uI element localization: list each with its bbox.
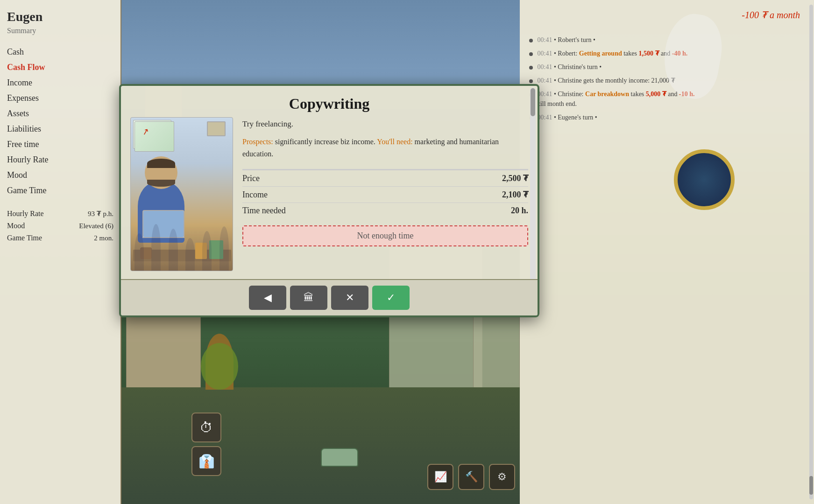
log-highlight-5b: 5,000 ₮ bbox=[646, 91, 666, 98]
nav-assets[interactable]: Assets bbox=[7, 106, 113, 121]
nav-liabilities[interactable]: Liabilities bbox=[7, 121, 113, 137]
bullet-2 bbox=[529, 52, 533, 56]
back-button[interactable]: ◀ bbox=[249, 286, 286, 310]
sidebar-summary: Summary bbox=[7, 27, 113, 35]
log-entry-5: 00:41 • Christine: Car breakdown takes 5… bbox=[529, 89, 805, 109]
right-bottom-icons: 📈 🔨 ⚙ bbox=[427, 464, 515, 490]
nav-free-time[interactable]: Free time bbox=[7, 137, 113, 152]
stat-time-needed: Time needed 20 h. bbox=[242, 203, 528, 218]
clock-icon: ⏱ bbox=[200, 420, 213, 435]
warning-text: Not enough time bbox=[357, 231, 414, 240]
mood-value: Elevated (6) bbox=[79, 222, 113, 230]
modal-prospects: Prospects: significantly increase biz in… bbox=[242, 136, 528, 160]
nav-cash[interactable]: Cash bbox=[7, 44, 113, 60]
person-hair bbox=[147, 159, 175, 168]
log-text-2b: takes bbox=[623, 50, 638, 57]
info-icon: 🏛 bbox=[304, 292, 314, 304]
tree1-top bbox=[201, 343, 238, 390]
log-time-1: 00:41 bbox=[538, 36, 552, 43]
youll-need-label: You'll need: bbox=[377, 138, 412, 146]
bullet-4 bbox=[529, 79, 533, 83]
log-time-4: 00:41 bbox=[538, 77, 552, 84]
income-value: 2,100 ₮ bbox=[502, 189, 528, 200]
stat-game-time: Game Time 2 mon. bbox=[7, 232, 113, 244]
log-highlight-2b: 1,500 ₮ bbox=[639, 50, 659, 57]
prospects-text: significantly increase biz income. bbox=[275, 138, 375, 146]
stat-income: Income 2,100 ₮ bbox=[242, 186, 528, 203]
confirm-icon: ✓ bbox=[387, 292, 395, 304]
log-text-6: • Eugene's turn • bbox=[554, 114, 597, 121]
car bbox=[321, 448, 358, 467]
log-text-2a: • Robert: bbox=[554, 50, 579, 57]
log-time-3: 00:41 bbox=[538, 63, 552, 70]
coffee-cup bbox=[674, 149, 735, 210]
modal-title: Copywriting bbox=[121, 86, 538, 117]
nav-mood[interactable]: Mood bbox=[7, 168, 113, 183]
gear-icon: ⚙ bbox=[497, 471, 507, 483]
log-scrollbar[interactable] bbox=[809, 5, 813, 499]
nav-hourly-rate[interactable]: Hourly Rate bbox=[7, 152, 113, 168]
modal-content: Try freelancing. Prospects: significantl… bbox=[242, 117, 528, 271]
hourly-rate-label: Hourly Rate bbox=[7, 210, 44, 218]
cancel-button[interactable]: ✕ bbox=[331, 286, 368, 310]
modal-actions: ◀ 🏛 ✕ ✓ bbox=[121, 279, 538, 315]
log-time-6: 00:41 bbox=[538, 114, 552, 121]
nav-game-time[interactable]: Game Time bbox=[7, 183, 113, 198]
confirm-button[interactable]: ✓ bbox=[372, 286, 410, 310]
not-enough-time-warning: Not enough time bbox=[242, 225, 528, 246]
chart-icon: 📈 bbox=[434, 471, 447, 483]
modal-description: Try freelancing. bbox=[242, 119, 528, 129]
log-time-2: 00:41 bbox=[538, 50, 552, 57]
scene-icons: ⏱ 👔 bbox=[191, 413, 221, 476]
prospects-label: Prospects: bbox=[242, 138, 273, 146]
gear-btn[interactable]: ⚙ bbox=[489, 464, 515, 490]
monthly-text: -100 ₮ a month bbox=[742, 9, 800, 21]
log-time-5: 00:41 bbox=[538, 91, 552, 98]
price-label: Price bbox=[242, 174, 260, 183]
log-text-3: • Christine's turn • bbox=[554, 63, 602, 70]
log-text-5b: takes bbox=[631, 91, 646, 98]
nav-cash-flow[interactable]: Cash Flow bbox=[7, 60, 113, 75]
time-needed-value: 20 h. bbox=[511, 206, 528, 216]
back-icon: ◀ bbox=[264, 292, 272, 304]
log-entry-6: 00:41 • Eugene's turn • bbox=[529, 112, 805, 122]
modal-scrollbar-thumb bbox=[531, 88, 535, 116]
hammer-btn[interactable]: 🔨 bbox=[458, 464, 484, 490]
stat-mood: Mood Elevated (6) bbox=[7, 220, 113, 232]
tie-icon-btn[interactable]: 👔 bbox=[191, 446, 221, 476]
log-text-1: • Robert's turn • bbox=[554, 36, 595, 43]
log-scrollbar-thumb bbox=[809, 476, 813, 495]
stat-price: Price 2,500 ₮ bbox=[242, 170, 528, 186]
log-text-5d: till month end. bbox=[538, 100, 577, 107]
sidebar: Eugen Summary Cash Cash Flow Income Expe… bbox=[0, 0, 121, 504]
tie-icon: 👔 bbox=[198, 454, 215, 469]
chart-btn[interactable]: 📈 bbox=[427, 464, 453, 490]
cancel-icon: ✕ bbox=[346, 292, 354, 304]
game-time-value: 2 mon. bbox=[94, 234, 113, 242]
chart-bg: ↗ bbox=[134, 121, 174, 152]
photo-frame bbox=[207, 121, 226, 136]
clock-icon-btn[interactable]: ⏱ bbox=[191, 413, 221, 442]
log-text-4: • Christine gets the monthly income: 21,… bbox=[554, 77, 675, 84]
character-illustration: ↗ bbox=[130, 117, 233, 271]
bullet-3 bbox=[529, 66, 533, 70]
silhouettes bbox=[131, 177, 233, 271]
log-text-5a: • Christine: bbox=[554, 91, 585, 98]
character-name: Eugen bbox=[7, 9, 113, 24]
nav-expenses[interactable]: Expenses bbox=[7, 91, 113, 106]
hammer-icon: 🔨 bbox=[465, 471, 478, 483]
nav-income[interactable]: Income bbox=[7, 75, 113, 91]
income-label: Income bbox=[242, 190, 268, 200]
stat-hourly-rate: Hourly Rate 93 ₮ p.h. bbox=[7, 208, 113, 220]
log-highlight-5a: Car breakdown bbox=[585, 91, 629, 98]
price-value: 2,500 ₮ bbox=[502, 173, 528, 183]
mood-label: Mood bbox=[7, 222, 25, 230]
copywriting-modal: Copywriting ↗ bbox=[119, 84, 539, 317]
game-time-label: Game Time bbox=[7, 234, 42, 242]
bullet-1 bbox=[529, 39, 533, 42]
chart-arrow: ↗ bbox=[141, 126, 150, 137]
log-highlight-2a: Getting around bbox=[579, 50, 622, 57]
time-needed-label: Time needed bbox=[242, 206, 286, 216]
modal-body: ↗ bbox=[121, 117, 538, 276]
info-button[interactable]: 🏛 bbox=[290, 286, 327, 310]
